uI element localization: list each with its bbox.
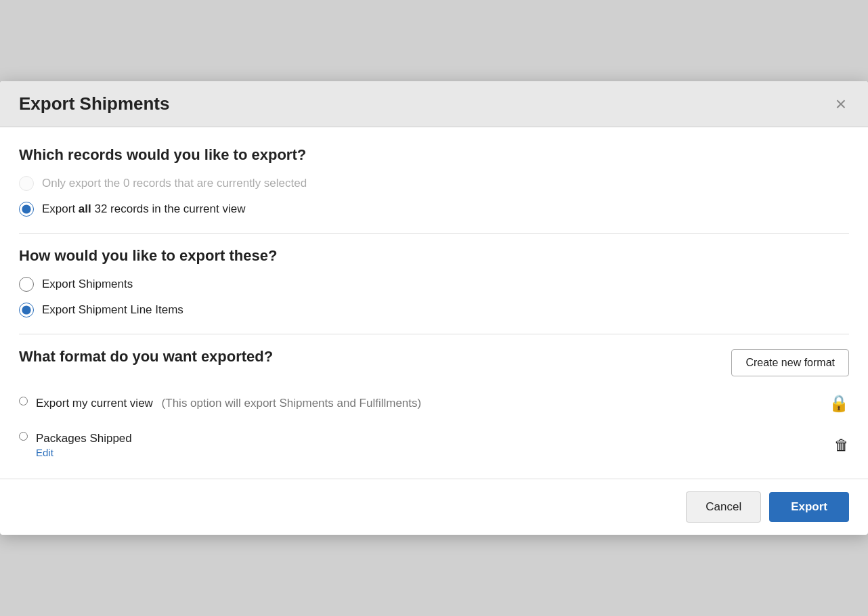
format-packages-shipped-name: Packages Shipped bbox=[36, 432, 132, 445]
create-new-format-button[interactable]: Create new format bbox=[731, 349, 849, 376]
export-button[interactable]: Export bbox=[769, 492, 849, 522]
export-shipments-dialog: Export Shipments × Which records would y… bbox=[0, 81, 868, 535]
radio-line-items[interactable] bbox=[19, 303, 34, 317]
dialog-header: Export Shipments × bbox=[0, 81, 868, 127]
dialog-footer: Cancel Export bbox=[0, 479, 868, 535]
section-records-title: Which records would you like to export? bbox=[19, 146, 849, 164]
radio-all-label: Export all 32 records in the current vie… bbox=[42, 202, 245, 216]
radio-line-items-label: Export Shipment Line Items bbox=[42, 303, 183, 317]
radio-all[interactable] bbox=[19, 202, 34, 217]
dialog-body: Which records would you like to export? … bbox=[0, 127, 868, 462]
format-option-packages-shipped-left: Packages Shipped Edit bbox=[19, 432, 132, 458]
section-format: What format do you want exported? Create… bbox=[19, 348, 849, 462]
radio-selected-label: Only export the 0 records that are curre… bbox=[42, 177, 307, 190]
format-option-current-view-label: Export my current view (This option will… bbox=[36, 397, 421, 410]
section-export-type-title: How would you like to export these? bbox=[19, 247, 849, 265]
radio-selected[interactable] bbox=[19, 176, 34, 191]
section-export-type: How would you like to export these? Expo… bbox=[19, 247, 849, 317]
radio-format-packages-shipped[interactable] bbox=[19, 432, 28, 441]
radio-option-line-items: Export Shipment Line Items bbox=[19, 303, 849, 317]
format-current-view-note: (This option will export Shipments and F… bbox=[162, 397, 422, 410]
format-option-current-view: Export my current view (This option will… bbox=[19, 390, 849, 417]
format-option-current-view-left: Export my current view (This option will… bbox=[19, 397, 421, 410]
format-current-view-name: Export my current view (This option will… bbox=[36, 397, 421, 410]
radio-shipments-label: Export Shipments bbox=[42, 278, 133, 291]
cancel-button[interactable]: Cancel bbox=[686, 491, 761, 523]
section-records: Which records would you like to export? … bbox=[19, 146, 849, 217]
format-header: What format do you want exported? Create… bbox=[19, 348, 849, 378]
section-format-title: What format do you want exported? bbox=[19, 348, 273, 366]
radio-format-current-view[interactable] bbox=[19, 397, 28, 405]
close-button[interactable]: × bbox=[833, 95, 849, 114]
radio-option-all: Export all 32 records in the current vie… bbox=[19, 202, 849, 217]
format-packages-shipped-edit-link[interactable]: Edit bbox=[36, 447, 132, 458]
format-option-packages-shipped: Packages Shipped Edit 🗑 bbox=[19, 428, 849, 462]
format-option-packages-shipped-label: Packages Shipped Edit bbox=[36, 432, 132, 458]
divider-1 bbox=[19, 233, 849, 234]
divider-2 bbox=[19, 334, 849, 334]
trash-icon[interactable]: 🗑 bbox=[834, 437, 849, 454]
radio-shipments[interactable] bbox=[19, 277, 34, 292]
radio-option-shipments: Export Shipments bbox=[19, 277, 849, 292]
dialog-title: Export Shipments bbox=[19, 93, 169, 114]
lock-icon: 🔒 bbox=[829, 394, 849, 413]
radio-option-selected: Only export the 0 records that are curre… bbox=[19, 176, 849, 191]
